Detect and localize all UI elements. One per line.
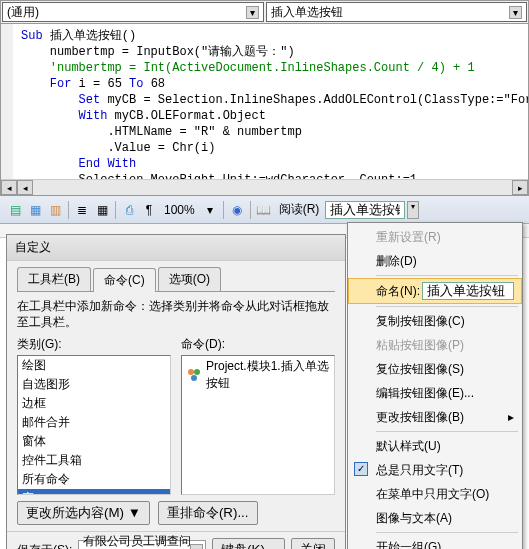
icon-2[interactable]: ▦: [26, 201, 44, 219]
scroll-left-arrow[interactable]: ◂: [1, 180, 17, 195]
menu-item[interactable]: ✓总是只用文字(T): [348, 458, 522, 482]
modify-selection-button[interactable]: 更改所选内容(M) ▼: [17, 501, 150, 525]
icon-3[interactable]: ▥: [46, 201, 64, 219]
menu-separator: [376, 431, 518, 432]
menu-separator: [376, 306, 518, 307]
horizontal-scrollbar[interactable]: ◂ ◂ ▸: [1, 179, 528, 195]
scroll-left-arrow-2[interactable]: ◂: [17, 180, 33, 195]
macro-icon: [186, 367, 202, 383]
scroll-right-arrow[interactable]: ▸: [512, 180, 528, 195]
dialog-tabs: 工具栏(B)命令(C)选项(O): [17, 267, 335, 292]
keyboard-button[interactable]: 键盘(K)...: [212, 538, 285, 549]
separator: [68, 201, 69, 219]
code-header: (通用) 插入单选按钮: [1, 1, 528, 24]
menu-item[interactable]: 复位按钮图像(S): [348, 357, 522, 381]
category-item[interactable]: 绘图: [18, 356, 170, 375]
svg-point-1: [194, 369, 200, 375]
category-item[interactable]: 控件工具箱: [18, 451, 170, 470]
command-label: Project.模块1.插入单选按钮: [206, 358, 330, 392]
grid-icon[interactable]: ▦: [93, 201, 111, 219]
context-menu: 重新设置(R)删除(D)命名(N):复制按钮图像(C)粘贴按钮图像(P)复位按钮…: [347, 222, 523, 549]
menu-item[interactable]: 开始一组(G): [348, 535, 522, 549]
object-dropdown[interactable]: (通用): [2, 2, 264, 22]
separator: [250, 201, 251, 219]
tab-0[interactable]: 工具栏(B): [17, 267, 91, 291]
menu-item[interactable]: 复制按钮图像(C): [348, 309, 522, 333]
svg-point-2: [191, 375, 197, 381]
zoom-dropdown-icon[interactable]: ▾: [201, 201, 219, 219]
insert-icon[interactable]: ⎙: [120, 201, 138, 219]
tab-2[interactable]: 选项(O): [158, 267, 221, 291]
dialog-help-text: 在工具栏中添加新命令：选择类别并将命令从此对话框拖放至工具栏。: [17, 298, 335, 330]
save-in-dropdown[interactable]: 有限公司员工调查问卷.: [78, 540, 206, 549]
dialog-title: 自定义: [7, 235, 345, 261]
menu-item[interactable]: 图像与文本(A): [348, 506, 522, 530]
category-label: 类别(G):: [17, 336, 171, 353]
category-listbox[interactable]: 绘图自选图形边框邮件合并窗体控件工具箱所有命令宏字体自动图文集样式: [17, 355, 171, 495]
close-button[interactable]: 关闭: [291, 538, 335, 549]
command-item[interactable]: Project.模块1.插入单选按钮: [182, 356, 334, 394]
menu-name-input[interactable]: [422, 282, 514, 300]
commands-listbox[interactable]: Project.模块1.插入单选按钮: [181, 355, 335, 495]
book-icon[interactable]: 📖: [255, 201, 273, 219]
menu-separator: [376, 275, 518, 276]
category-item[interactable]: 宏: [18, 489, 170, 495]
read-button[interactable]: 阅读(R): [275, 201, 324, 218]
tab-1[interactable]: 命令(C): [93, 268, 156, 292]
menu-item[interactable]: 更改按钮图像(B) ▸: [348, 405, 522, 429]
paragraph-icon[interactable]: ¶: [140, 201, 158, 219]
category-item[interactable]: 窗体: [18, 432, 170, 451]
code-body[interactable]: Sub 插入单选按钮() numbertmp = InputBox("请输入题号…: [1, 24, 528, 179]
procedure-dropdown[interactable]: 插入单选按钮: [266, 2, 528, 22]
submenu-arrow-icon: ▸: [508, 409, 514, 425]
help-icon[interactable]: ◉: [228, 201, 246, 219]
object-dropdown-value: (通用): [7, 4, 39, 21]
macro-dropdown-button[interactable]: ▾: [407, 201, 419, 219]
menu-item[interactable]: 在菜单中只用文字(O): [348, 482, 522, 506]
main-toolbar: ▤ ▦ ▥ ≣ ▦ ⎙ ¶ 100% ▾ ◉ 📖 阅读(R) ▾: [0, 196, 529, 224]
customize-dialog: 自定义 工具栏(B)命令(C)选项(O) 在工具栏中添加新命令：选择类别并将命令…: [6, 234, 346, 549]
category-item[interactable]: 所有命令: [18, 470, 170, 489]
save-in-label: 保存于(S):: [17, 542, 72, 550]
menu-name-label: 命名(N):: [376, 283, 420, 300]
columns-icon[interactable]: ≣: [73, 201, 91, 219]
menu-item: 重新设置(R): [348, 225, 522, 249]
vba-code-editor: (通用) 插入单选按钮 Sub 插入单选按钮() numbertmp = Inp…: [0, 0, 529, 196]
menu-separator: [376, 532, 518, 533]
icon-1[interactable]: ▤: [6, 201, 24, 219]
menu-item[interactable]: 删除(D): [348, 249, 522, 273]
category-item[interactable]: 邮件合并: [18, 413, 170, 432]
rearrange-commands-button[interactable]: 重排命令(R)...: [158, 501, 258, 525]
separator: [115, 201, 116, 219]
svg-point-0: [188, 369, 194, 375]
menu-item[interactable]: 编辑按钮图像(E)...: [348, 381, 522, 405]
category-item[interactable]: 边框: [18, 394, 170, 413]
zoom-value[interactable]: 100%: [160, 203, 199, 217]
macro-name-input[interactable]: [325, 201, 405, 219]
check-icon: ✓: [354, 462, 368, 476]
menu-name-row[interactable]: 命名(N):: [348, 278, 522, 304]
commands-label: 命令(D):: [181, 336, 335, 353]
menu-item[interactable]: 默认样式(U): [348, 434, 522, 458]
separator: [223, 201, 224, 219]
scroll-track[interactable]: [33, 180, 512, 195]
category-item[interactable]: 自选图形: [18, 375, 170, 394]
save-in-value: 有限公司员工调查问卷.: [83, 533, 201, 549]
menu-item: 粘贴按钮图像(P): [348, 333, 522, 357]
procedure-dropdown-value: 插入单选按钮: [271, 4, 343, 21]
